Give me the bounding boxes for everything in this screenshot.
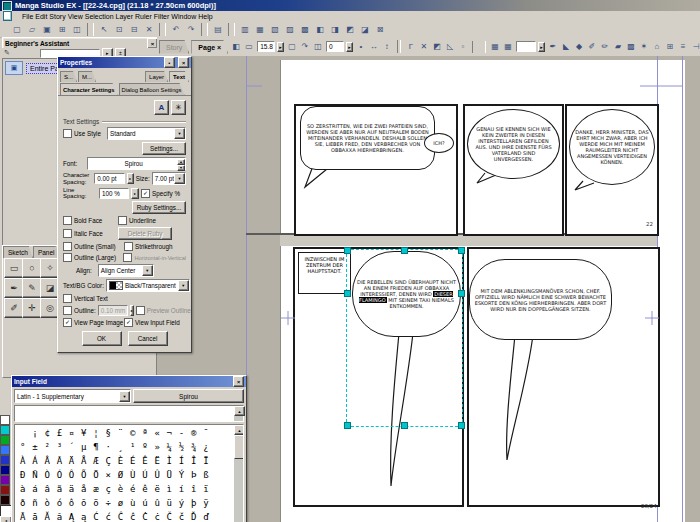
actions-pane-icon[interactable]: ◪ [358, 23, 372, 36]
chevron-down-icon[interactable]: ▼ [142, 265, 153, 276]
charset-select[interactable]: Latin - 1 Supplementary ▼ [14, 389, 131, 403]
page-list-icon[interactable]: ▭ [243, 41, 255, 53]
scrollbar-thumb[interactable] [234, 435, 244, 459]
tab-page[interactable]: Page × [191, 40, 228, 54]
line-spacing-field[interactable]: 100 % [99, 188, 129, 199]
ruby-settings-button[interactable]: Ruby Settings... [132, 201, 186, 214]
marquee-tool-icon[interactable]: ▭ [4, 258, 24, 278]
print-icon[interactable]: ▤ [211, 23, 225, 36]
speech-balloon-5[interactable]: MIT DEM ABLENKUNGSMANÖVER SCHON, CHEF. O… [469, 259, 612, 340]
home-icon[interactable]: ⌂ [651, 41, 663, 53]
speech-balloon-1[interactable]: SO ZERSTRITTEN, WIE DIE ZWEI PARTEIEN SI… [300, 106, 435, 170]
prev-grayed-icon[interactable]: ▦ [489, 41, 501, 53]
chevron-down-icon[interactable]: ▼ [119, 391, 130, 402]
align-select[interactable]: Align Center ▼ [98, 264, 154, 277]
view-input-field-checkbox[interactable] [124, 318, 133, 327]
menu-window[interactable]: Window [170, 13, 197, 20]
vertical-text-icon[interactable]: ✳ [171, 100, 186, 115]
rotate-dropdown-icon[interactable]: ▸ [346, 42, 353, 52]
lasso-tool-icon[interactable]: ○ [22, 258, 42, 278]
pen-tool-icon[interactable]: ✒ [4, 278, 24, 298]
char-row[interactable]: ¡¢£¤¥¦§¨©ª«¬-®¯ [15, 426, 234, 440]
grid-ruler-icon[interactable]: ▫ [457, 41, 469, 53]
tools-pane-icon[interactable]: ▩ [298, 23, 312, 36]
grid-icon[interactable]: ⊞ [664, 41, 676, 53]
strikethrough-checkbox[interactable] [124, 242, 133, 251]
close-icon[interactable]: × [178, 57, 189, 68]
tab-panel[interactable]: Panel [33, 246, 60, 258]
size-select[interactable]: 7.00 pt ▼ [152, 172, 186, 185]
font-name-button[interactable]: Spirou [133, 389, 244, 403]
fit-vertical-icon[interactable]: ↕ [381, 41, 393, 53]
properties-pane-icon[interactable]: ◧ [313, 23, 327, 36]
corner-ruler-icon[interactable]: Γ [405, 41, 417, 53]
pointer-icon[interactable]: ↖ [97, 23, 111, 36]
ruler-triangle-icon[interactable]: ◣ [560, 41, 572, 53]
ok-button[interactable]: OK [82, 331, 122, 346]
speech-balloon-2[interactable]: GENAU SIE KENNEN SICH WIE KEIN ZWEITER I… [467, 109, 560, 179]
preview-scrollbar[interactable]: ▲ [234, 406, 243, 421]
chevron-down-icon[interactable]: ▼ [174, 128, 185, 139]
speech-balloon-3[interactable]: DANKE, HERR MINISTER, DAS EHRT MICH ZWAR… [569, 109, 655, 185]
style-select[interactable]: Standard ▼ [107, 127, 186, 140]
selection-handle[interactable] [458, 290, 465, 297]
color-swatch[interactable] [0, 445, 10, 455]
color-swatch[interactable] [0, 475, 10, 485]
diamond-ruler-icon[interactable]: ◆ [573, 41, 585, 53]
new-page-icon[interactable]: ▢ [10, 23, 24, 36]
tab-text[interactable]: Text [169, 71, 189, 82]
history-pane-icon[interactable]: ◨ [328, 23, 342, 36]
menu-help[interactable]: Help [197, 13, 213, 20]
color-swatch[interactable] [0, 425, 10, 435]
rows-icon[interactable]: ≡ [677, 41, 689, 53]
pattern-icon[interactable]: ▩ [625, 41, 637, 53]
copy-icon[interactable]: ⊡ [112, 23, 126, 36]
story-pane-icon[interactable]: ▥ [238, 23, 252, 36]
info-pane-icon[interactable]: ⊠ [373, 23, 387, 36]
char-spacing-slider-icon[interactable]: ▸ [127, 173, 134, 184]
add-page-icon[interactable]: ▢ [286, 41, 298, 53]
selection-handle[interactable] [344, 422, 351, 429]
pencil-tool-icon[interactable]: ✎ [22, 278, 42, 298]
scroll-up-icon[interactable]: ▲ [234, 425, 244, 435]
paste-icon[interactable]: ⊟ [127, 23, 141, 36]
line-spacing-slider-icon[interactable]: ▸ [131, 188, 139, 199]
properties-titlebar[interactable]: Properties ▪ × [58, 57, 191, 68]
menu-layer[interactable]: Layer [115, 13, 135, 20]
selection-handle[interactable] [401, 422, 408, 429]
tab-dialog-balloon-settings[interactable]: Dialog Balloon Settings [119, 83, 185, 95]
tab-layer[interactable]: Layer [145, 71, 168, 82]
page-back-icon[interactable]: ◧ [230, 41, 242, 53]
menu-selection[interactable]: Selection [84, 13, 115, 20]
tab-close-icon[interactable]: × [217, 44, 221, 51]
selection-handle[interactable] [344, 290, 351, 297]
view-page-image-checkbox[interactable] [63, 318, 72, 327]
window-titlebar[interactable]: Manga Studio EX - [[22-24.cpg] (21.18 * … [0, 0, 700, 11]
outline-slider-icon[interactable]: ▸ [130, 305, 134, 316]
burst-icon[interactable]: ✶ [638, 41, 650, 53]
export-icon[interactable]: ◫ [70, 23, 84, 36]
cancel-button[interactable]: Cancel [128, 331, 168, 346]
save-all-icon[interactable]: ⊞ [55, 23, 69, 36]
save-icon[interactable]: ▣ [40, 23, 54, 36]
char-row[interactable]: àáâãäåæçèéêëìíîï [15, 482, 234, 496]
speech-balloon-ich[interactable]: ICH? [424, 133, 454, 153]
specify-percent-checkbox[interactable] [141, 189, 150, 198]
navigator-pane-icon[interactable]: ▨ [283, 23, 297, 36]
ruler-dropdown-icon[interactable]: ▸ [538, 42, 545, 52]
minimize-icon[interactable]: ▪ [164, 57, 175, 68]
chevron-down-icon[interactable]: ▼ [174, 173, 185, 184]
select-ruler-icon[interactable]: ◺ [444, 41, 456, 53]
fit-horizontal-icon[interactable]: ↔ [368, 41, 380, 53]
materials-pane-icon[interactable]: ◩ [343, 23, 357, 36]
chevron-down-icon[interactable]: ▼ [178, 280, 189, 291]
outline-small-checkbox[interactable] [63, 242, 72, 251]
style-settings-button[interactable]: Settings... [142, 142, 186, 155]
color-swatch[interactable] [0, 415, 10, 425]
tab-sketch[interactable]: Sketch [3, 246, 33, 258]
pencil-icon[interactable]: ✏ [599, 41, 611, 53]
text-preview-area[interactable]: ▲ [14, 405, 244, 422]
menu-filter[interactable]: Filter [153, 13, 171, 20]
ruler-value-field[interactable] [516, 41, 536, 52]
eyedropper-tool-icon[interactable]: ✐ [4, 298, 24, 318]
